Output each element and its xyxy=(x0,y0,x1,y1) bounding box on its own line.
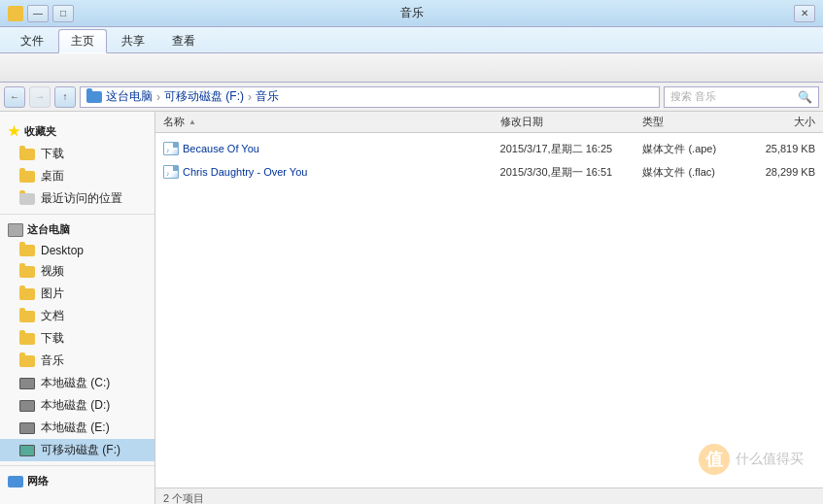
sidebar-label-pictures: 图片 xyxy=(41,286,64,302)
folder-icon-pc-desktop xyxy=(19,245,35,256)
sidebar-item-music[interactable]: 音乐 xyxy=(0,350,154,372)
sidebar-label-drive-c: 本地磁盘 (C:) xyxy=(41,375,110,391)
up-button[interactable]: ↑ xyxy=(54,86,76,108)
file-size-1: 25,819 KB xyxy=(742,143,823,154)
back-button[interactable]: ← xyxy=(4,86,25,108)
folder-icon xyxy=(8,6,23,21)
file-name-2: Chris Daughtry - Over You xyxy=(183,166,307,178)
file-name-1: Because Of You xyxy=(183,143,259,154)
ribbon-content xyxy=(0,52,823,82)
status-text: 2 个项目 xyxy=(163,491,204,504)
tab-file[interactable]: 文件 xyxy=(8,29,56,52)
sidebar-item-drive-c[interactable]: 本地磁盘 (C:) xyxy=(0,372,154,394)
sidebar-item-recent[interactable]: 最近访问的位置 xyxy=(0,187,154,210)
sidebar-divider-2 xyxy=(0,465,154,466)
file-row-1[interactable]: ♪ Because Of You 2015/3/17,星期二 16:25 媒体文… xyxy=(155,137,823,160)
sidebar-label-recent: 最近访问的位置 xyxy=(41,190,122,207)
sort-arrow-icon: ▲ xyxy=(189,118,196,126)
sidebar: ★ 收藏夹 下载 桌面 最近访问的位置 这台电脑 Desktop 视频 xyxy=(0,112,155,504)
network-label: 网络 xyxy=(27,474,49,488)
sidebar-label-videos: 视频 xyxy=(41,263,64,280)
file-type-1: 媒体文件 (.ape) xyxy=(634,142,741,156)
sidebar-section-thispc[interactable]: 这台电脑 xyxy=(0,218,154,241)
sidebar-item-documents[interactable]: 文档 xyxy=(0,305,154,327)
sidebar-label-pc-downloads: 下载 xyxy=(41,330,64,347)
network-icon xyxy=(8,476,23,487)
file-row-2[interactable]: ♪ Chris Daughtry - Over You 2015/3/30,星期… xyxy=(155,160,823,184)
path-computer[interactable]: 这台电脑 xyxy=(106,88,153,105)
file-icon-note-2: ♪ xyxy=(166,170,170,177)
search-icon: 🔍 xyxy=(798,90,812,104)
sidebar-divider-1 xyxy=(0,214,154,215)
address-path[interactable]: 这台电脑 › 可移动磁盘 (F:) › 音乐 xyxy=(80,86,660,108)
title-bar: — □ 音乐 ✕ xyxy=(0,0,823,27)
path-folder-icon xyxy=(86,91,102,103)
col-header-size[interactable]: 大小 xyxy=(742,115,823,129)
sidebar-label-downloads: 下载 xyxy=(41,146,64,162)
sidebar-label-music: 音乐 xyxy=(41,353,64,369)
sidebar-item-pc-desktop[interactable]: Desktop xyxy=(0,241,154,260)
folder-icon-documents xyxy=(19,311,35,322)
pc-icon xyxy=(8,223,23,237)
sidebar-label-drive-d: 本地磁盘 (D:) xyxy=(41,397,110,414)
path-drive[interactable]: 可移动磁盘 (F:) xyxy=(164,88,244,105)
thispc-label: 这台电脑 xyxy=(27,222,70,237)
sidebar-item-downloads[interactable]: 下载 xyxy=(0,143,154,165)
sidebar-label-documents: 文档 xyxy=(41,308,64,324)
ribbon: 文件 主页 共享 查看 xyxy=(0,27,823,83)
status-bar: 2 个项目 xyxy=(155,487,823,504)
title-bar-left: — □ xyxy=(8,5,74,22)
sidebar-item-drive-f[interactable]: 可移动磁盘 (F:) xyxy=(0,439,154,461)
sidebar-section-favorites[interactable]: ★ 收藏夹 xyxy=(0,119,154,143)
sidebar-item-drive-d[interactable]: 本地磁盘 (D:) xyxy=(0,394,154,417)
col-header-type[interactable]: 类型 xyxy=(634,115,741,129)
address-bar: ← → ↑ 这台电脑 › 可移动磁盘 (F:) › 音乐 搜索 音乐 🔍 xyxy=(0,83,823,112)
sidebar-section-network[interactable]: 网络 xyxy=(0,470,154,492)
path-sep-2: › xyxy=(248,90,252,104)
folder-icon-videos xyxy=(19,266,35,278)
sidebar-label-drive-e: 本地磁盘 (E:) xyxy=(41,420,110,436)
folder-icon-recent xyxy=(19,193,35,205)
folder-icon-downloads xyxy=(19,149,35,160)
sidebar-label-drive-f: 可移动磁盘 (F:) xyxy=(41,442,120,458)
sidebar-item-drive-e[interactable]: 本地磁盘 (E:) xyxy=(0,417,154,439)
tab-home[interactable]: 主页 xyxy=(58,29,107,53)
col-header-date[interactable]: 修改日期 xyxy=(493,115,635,129)
sidebar-item-pictures[interactable]: 图片 xyxy=(0,283,154,305)
folder-icon-music xyxy=(19,355,35,367)
drive-icon-c xyxy=(19,378,35,389)
file-icon-note-1: ♪ xyxy=(166,147,170,153)
search-box[interactable]: 搜索 音乐 🔍 xyxy=(664,86,819,108)
file-list: ♪ Because Of You 2015/3/17,星期二 16:25 媒体文… xyxy=(155,133,823,487)
close-button[interactable]: ✕ xyxy=(794,5,815,22)
file-table-header: 名称 ▲ 修改日期 类型 大小 xyxy=(155,112,823,133)
folder-icon-pc-downloads xyxy=(19,333,35,345)
window-controls: ✕ xyxy=(794,5,815,22)
favorites-label: 收藏夹 xyxy=(24,124,56,139)
path-sep-1: › xyxy=(156,90,160,104)
drive-icon-f xyxy=(19,445,35,456)
forward-button[interactable]: → xyxy=(29,86,51,108)
folder-icon-desktop xyxy=(19,171,35,183)
sidebar-item-desktop[interactable]: 桌面 xyxy=(0,165,154,187)
col-header-name[interactable]: 名称 ▲ xyxy=(155,115,493,129)
path-music[interactable]: 音乐 xyxy=(256,88,279,105)
folder-icon-pictures xyxy=(19,288,35,300)
col-name-label: 名称 xyxy=(163,115,185,129)
search-placeholder: 搜索 音乐 xyxy=(670,89,716,104)
minimize-button[interactable]: — xyxy=(27,5,49,22)
file-date-2: 2015/3/30,星期一 16:51 xyxy=(493,165,635,180)
sidebar-item-videos[interactable]: 视频 xyxy=(0,260,154,283)
tab-share[interactable]: 共享 xyxy=(109,29,157,52)
file-icon-2: ♪ xyxy=(163,165,179,179)
sidebar-item-pc-downloads[interactable]: 下载 xyxy=(0,327,154,350)
tab-view[interactable]: 查看 xyxy=(159,29,208,52)
file-size-2: 28,299 KB xyxy=(742,166,823,178)
drive-icon-e xyxy=(19,422,35,434)
col-type-label: 类型 xyxy=(642,116,664,127)
sidebar-label-pc-desktop: Desktop xyxy=(41,244,84,257)
maximize-button[interactable]: □ xyxy=(52,5,74,22)
file-date-1: 2015/3/17,星期二 16:25 xyxy=(493,142,635,156)
file-area: 名称 ▲ 修改日期 类型 大小 ♪ Because Of You xyxy=(155,112,823,504)
sidebar-label-desktop: 桌面 xyxy=(41,168,64,185)
